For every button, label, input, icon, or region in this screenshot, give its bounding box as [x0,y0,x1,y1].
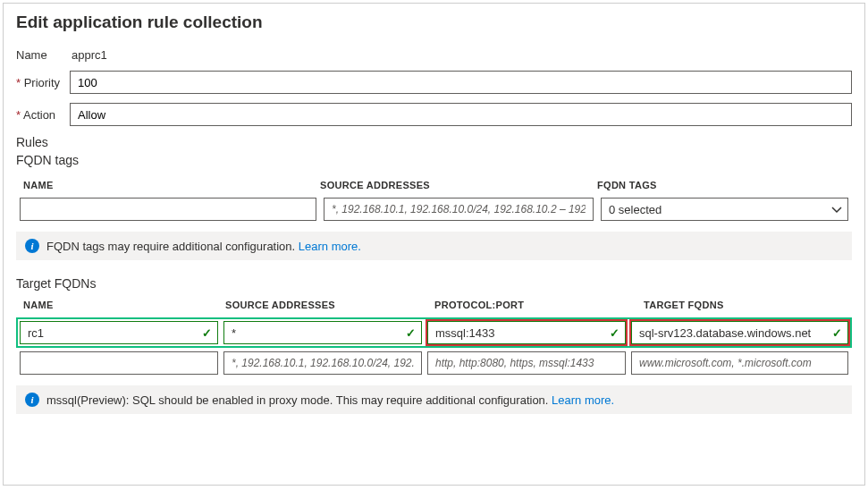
rule-protocol-input[interactable]: mssql:1433 ✓ [427,321,626,344]
rule-name-input[interactable]: rc1 ✓ [20,321,218,344]
rule-source-input[interactable]: * ✓ [223,321,422,344]
col-target-fqdns: TARGET FQDNS [644,300,852,310]
action-row: Action [16,103,852,126]
target-fqdns-header: NAME SOURCE ADDRESSES PROTOCOL:PORT TARG… [16,294,852,317]
col-name: NAME [16,180,320,190]
chevron-down-icon [831,205,840,214]
priority-input[interactable] [70,71,852,94]
col-name: NAME [16,300,225,310]
info-icon: i [25,393,39,407]
new-rule-name-input[interactable] [20,351,218,375]
col-source-addresses: SOURCE ADDRESSES [320,180,597,190]
target-fqdn-row-1: rc1 ✓ * ✓ mssql:1433 ✓ sql-srv123.databa… [16,317,852,348]
fqdn-tags-table: NAME SOURCE ADDRESSES FQDN TAGS 0 select… [16,174,852,221]
mssql-info: i mssql(Preview): SQL should be enabled … [16,385,852,414]
name-value: apprc1 [70,48,107,62]
check-icon: ✓ [610,326,619,340]
check-icon: ✓ [202,326,212,340]
priority-label: Priority [16,76,70,89]
target-fqdns-table: NAME SOURCE ADDRESSES PROTOCOL:PORT TARG… [16,294,852,375]
check-icon: ✓ [406,326,416,340]
rules-label: Rules [16,135,852,149]
fqdn-tags-info: i FQDN tags may require additional confi… [16,232,852,260]
action-input[interactable] [70,103,852,126]
check-icon: ✓ [832,326,842,340]
fqdn-tags-label: FQDN tags [16,153,852,167]
priority-row: Priority [16,71,852,94]
mssql-info-text: mssql(Preview): SQL should be enabled in… [46,393,614,407]
fqdn-tags-info-text: FQDN tags may require additional configu… [46,240,361,253]
name-label: Name [16,48,70,62]
target-fqdn-row-new [16,351,852,375]
fqdn-tags-header: NAME SOURCE ADDRESSES FQDN TAGS [16,174,852,198]
learn-more-link[interactable]: Learn more. [552,393,614,407]
target-fqdns-label: Target FQDNs [16,276,852,291]
new-rule-protocol-input[interactable] [427,351,626,375]
edit-rule-collection-panel: Edit application rule collection Name ap… [3,3,865,486]
rule-target-input[interactable]: sql-srv123.database.windows.net ✓ [631,321,848,344]
fqdn-tags-row: 0 selected [16,198,852,221]
fqdn-tags-select-value: 0 selected [609,203,662,216]
learn-more-link[interactable]: Learn more. [299,240,361,253]
action-label: Action [16,108,70,122]
fqdn-source-input[interactable] [324,198,594,221]
page-title: Edit application rule collection [16,13,852,32]
col-source-addresses: SOURCE ADDRESSES [225,300,434,310]
new-rule-target-input[interactable] [631,351,848,375]
col-fqdn-tags: FQDN TAGS [597,180,852,190]
new-rule-source-input[interactable] [223,351,422,375]
info-icon: i [25,239,39,253]
fqdn-tags-select[interactable]: 0 selected [601,198,848,221]
name-row: Name apprc1 [16,48,852,62]
col-protocol-port: PROTOCOL:PORT [434,300,644,310]
fqdn-name-input[interactable] [20,198,316,221]
